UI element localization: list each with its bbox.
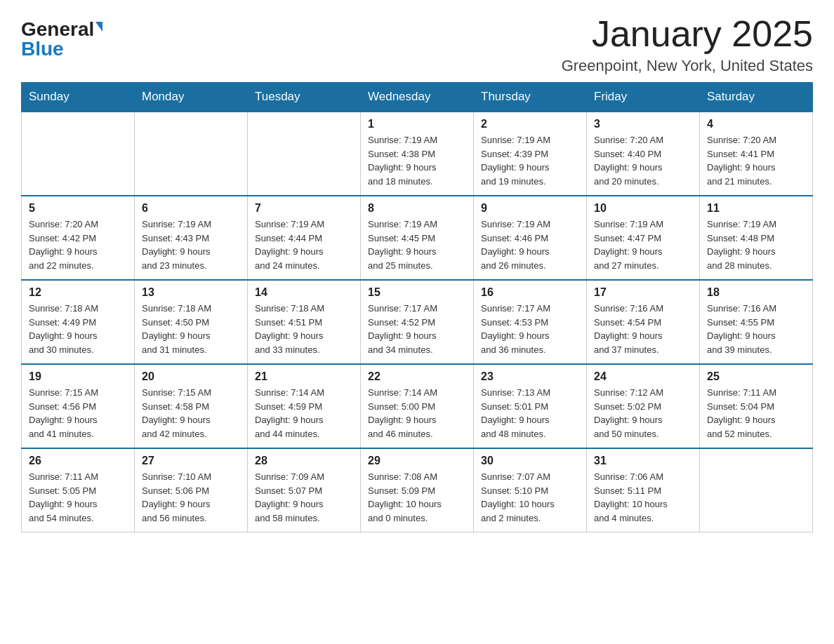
logo-general: General xyxy=(21,20,94,39)
day-number: 17 xyxy=(594,286,692,299)
calendar-cell: 20Sunrise: 7:15 AM Sunset: 4:58 PM Dayli… xyxy=(135,364,248,448)
week-row-4: 19Sunrise: 7:15 AM Sunset: 4:56 PM Dayli… xyxy=(22,364,813,448)
day-info: Sunrise: 7:16 AM Sunset: 4:54 PM Dayligh… xyxy=(594,302,692,356)
day-number: 25 xyxy=(707,370,805,383)
day-number: 23 xyxy=(481,370,579,383)
calendar-cell xyxy=(248,112,361,196)
day-info: Sunrise: 7:19 AM Sunset: 4:47 PM Dayligh… xyxy=(594,217,692,272)
day-info: Sunrise: 7:18 AM Sunset: 4:50 PM Dayligh… xyxy=(142,302,240,356)
calendar-cell: 23Sunrise: 7:13 AM Sunset: 5:01 PM Dayli… xyxy=(474,364,587,448)
calendar-cell xyxy=(22,112,135,196)
calendar-cell xyxy=(135,112,248,196)
calendar-cell: 26Sunrise: 7:11 AM Sunset: 5:05 PM Dayli… xyxy=(22,448,135,532)
day-number: 19 xyxy=(29,370,127,383)
day-number: 20 xyxy=(142,370,240,383)
calendar-cell: 24Sunrise: 7:12 AM Sunset: 5:02 PM Dayli… xyxy=(587,364,700,448)
logo-blue: Blue xyxy=(21,39,64,59)
day-info: Sunrise: 7:15 AM Sunset: 4:56 PM Dayligh… xyxy=(29,386,127,441)
calendar-cell: 21Sunrise: 7:14 AM Sunset: 4:59 PM Dayli… xyxy=(248,364,361,448)
calendar-cell: 8Sunrise: 7:19 AM Sunset: 4:45 PM Daylig… xyxy=(361,196,474,280)
day-number: 9 xyxy=(481,202,579,215)
day-number: 27 xyxy=(142,455,240,467)
day-info: Sunrise: 7:19 AM Sunset: 4:39 PM Dayligh… xyxy=(481,133,579,188)
day-info: Sunrise: 7:19 AM Sunset: 4:46 PM Dayligh… xyxy=(481,217,579,272)
calendar-cell: 7Sunrise: 7:19 AM Sunset: 4:44 PM Daylig… xyxy=(248,196,361,280)
calendar-title: January 2025 xyxy=(562,14,813,54)
calendar-cell: 5Sunrise: 7:20 AM Sunset: 4:42 PM Daylig… xyxy=(22,196,135,280)
day-info: Sunrise: 7:17 AM Sunset: 4:52 PM Dayligh… xyxy=(368,302,466,356)
day-info: Sunrise: 7:19 AM Sunset: 4:38 PM Dayligh… xyxy=(368,133,466,188)
calendar-cell: 29Sunrise: 7:08 AM Sunset: 5:09 PM Dayli… xyxy=(361,448,474,532)
day-number: 24 xyxy=(594,370,692,383)
day-number: 26 xyxy=(29,455,127,467)
day-number: 15 xyxy=(368,286,466,299)
logo: General Blue xyxy=(21,20,102,59)
calendar-table: SundayMondayTuesdayWednesdayThursdayFrid… xyxy=(21,82,813,532)
calendar-cell: 13Sunrise: 7:18 AM Sunset: 4:50 PM Dayli… xyxy=(135,280,248,364)
day-info: Sunrise: 7:10 AM Sunset: 5:06 PM Dayligh… xyxy=(142,470,240,525)
day-info: Sunrise: 7:07 AM Sunset: 5:10 PM Dayligh… xyxy=(481,470,579,525)
day-number: 6 xyxy=(142,202,240,215)
calendar-cell: 9Sunrise: 7:19 AM Sunset: 4:46 PM Daylig… xyxy=(474,196,587,280)
day-number: 18 xyxy=(707,286,805,299)
week-row-5: 26Sunrise: 7:11 AM Sunset: 5:05 PM Dayli… xyxy=(22,448,813,532)
day-info: Sunrise: 7:12 AM Sunset: 5:02 PM Dayligh… xyxy=(594,386,692,441)
page-header: General Blue January 2025 Greenpoint, Ne… xyxy=(21,14,813,75)
day-info: Sunrise: 7:09 AM Sunset: 5:07 PM Dayligh… xyxy=(255,470,353,525)
day-number: 31 xyxy=(594,455,692,467)
calendar-cell: 18Sunrise: 7:16 AM Sunset: 4:55 PM Dayli… xyxy=(700,280,813,364)
calendar-cell: 1Sunrise: 7:19 AM Sunset: 4:38 PM Daylig… xyxy=(361,112,474,196)
calendar-cell: 3Sunrise: 7:20 AM Sunset: 4:40 PM Daylig… xyxy=(587,112,700,196)
day-number: 13 xyxy=(142,286,240,299)
calendar-cell: 17Sunrise: 7:16 AM Sunset: 4:54 PM Dayli… xyxy=(587,280,700,364)
calendar-cell: 14Sunrise: 7:18 AM Sunset: 4:51 PM Dayli… xyxy=(248,280,361,364)
day-info: Sunrise: 7:18 AM Sunset: 4:49 PM Dayligh… xyxy=(29,302,127,356)
calendar-cell: 27Sunrise: 7:10 AM Sunset: 5:06 PM Dayli… xyxy=(135,448,248,532)
calendar-cell xyxy=(700,448,813,532)
day-number: 28 xyxy=(255,455,353,467)
day-number: 11 xyxy=(707,202,805,215)
day-info: Sunrise: 7:20 AM Sunset: 4:40 PM Dayligh… xyxy=(594,133,692,188)
title-block: January 2025 Greenpoint, New York, Unite… xyxy=(562,14,813,75)
weekday-header-tuesday: Tuesday xyxy=(248,83,361,112)
calendar-cell: 6Sunrise: 7:19 AM Sunset: 4:43 PM Daylig… xyxy=(135,196,248,280)
calendar-cell: 16Sunrise: 7:17 AM Sunset: 4:53 PM Dayli… xyxy=(474,280,587,364)
day-number: 4 xyxy=(707,118,805,130)
week-row-3: 12Sunrise: 7:18 AM Sunset: 4:49 PM Dayli… xyxy=(22,280,813,364)
day-info: Sunrise: 7:17 AM Sunset: 4:53 PM Dayligh… xyxy=(481,302,579,356)
day-info: Sunrise: 7:18 AM Sunset: 4:51 PM Dayligh… xyxy=(255,302,353,356)
logo-arrow-icon xyxy=(95,22,102,32)
day-info: Sunrise: 7:08 AM Sunset: 5:09 PM Dayligh… xyxy=(368,470,466,525)
day-number: 3 xyxy=(594,118,692,130)
weekday-header-thursday: Thursday xyxy=(474,83,587,112)
week-row-2: 5Sunrise: 7:20 AM Sunset: 4:42 PM Daylig… xyxy=(22,196,813,280)
day-info: Sunrise: 7:16 AM Sunset: 4:55 PM Dayligh… xyxy=(707,302,805,356)
calendar-subtitle: Greenpoint, New York, United States xyxy=(562,57,813,75)
day-number: 2 xyxy=(481,118,579,130)
day-info: Sunrise: 7:11 AM Sunset: 5:05 PM Dayligh… xyxy=(29,470,127,525)
week-row-1: 1Sunrise: 7:19 AM Sunset: 4:38 PM Daylig… xyxy=(22,112,813,196)
day-number: 29 xyxy=(368,455,466,467)
day-info: Sunrise: 7:13 AM Sunset: 5:01 PM Dayligh… xyxy=(481,386,579,441)
day-number: 1 xyxy=(368,118,466,130)
day-number: 7 xyxy=(255,202,353,215)
day-info: Sunrise: 7:20 AM Sunset: 4:41 PM Dayligh… xyxy=(707,133,805,188)
calendar-cell: 10Sunrise: 7:19 AM Sunset: 4:47 PM Dayli… xyxy=(587,196,700,280)
day-number: 5 xyxy=(29,202,127,215)
calendar-cell: 30Sunrise: 7:07 AM Sunset: 5:10 PM Dayli… xyxy=(474,448,587,532)
day-number: 22 xyxy=(368,370,466,383)
day-number: 14 xyxy=(255,286,353,299)
day-info: Sunrise: 7:06 AM Sunset: 5:11 PM Dayligh… xyxy=(594,470,692,525)
day-number: 30 xyxy=(481,455,579,467)
day-number: 8 xyxy=(368,202,466,215)
calendar-cell: 11Sunrise: 7:19 AM Sunset: 4:48 PM Dayli… xyxy=(700,196,813,280)
calendar-cell: 28Sunrise: 7:09 AM Sunset: 5:07 PM Dayli… xyxy=(248,448,361,532)
calendar-cell: 2Sunrise: 7:19 AM Sunset: 4:39 PM Daylig… xyxy=(474,112,587,196)
day-info: Sunrise: 7:14 AM Sunset: 4:59 PM Dayligh… xyxy=(255,386,353,441)
day-info: Sunrise: 7:11 AM Sunset: 5:04 PM Dayligh… xyxy=(707,386,805,441)
day-info: Sunrise: 7:19 AM Sunset: 4:45 PM Dayligh… xyxy=(368,217,466,272)
day-info: Sunrise: 7:19 AM Sunset: 4:44 PM Dayligh… xyxy=(255,217,353,272)
calendar-cell: 31Sunrise: 7:06 AM Sunset: 5:11 PM Dayli… xyxy=(587,448,700,532)
day-info: Sunrise: 7:14 AM Sunset: 5:00 PM Dayligh… xyxy=(368,386,466,441)
day-number: 16 xyxy=(481,286,579,299)
